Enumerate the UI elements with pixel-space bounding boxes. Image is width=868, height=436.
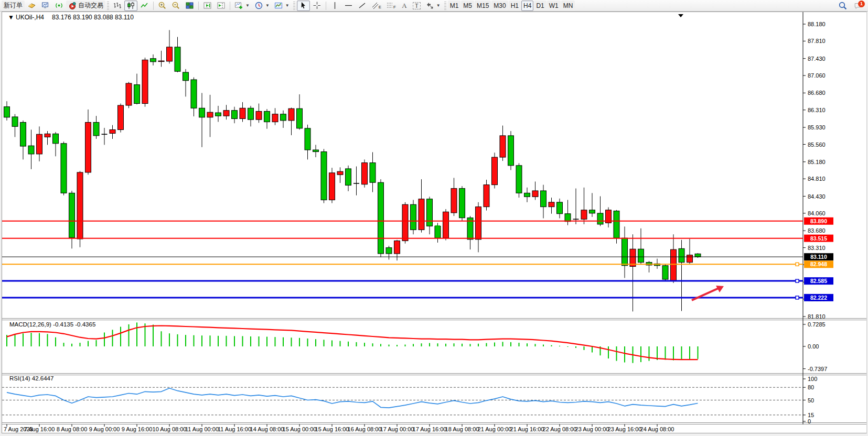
trend-arrow-object[interactable] [692, 288, 719, 300]
macd-histogram-bar [575, 346, 576, 348]
search-button[interactable] [836, 1, 850, 11]
macd-pane: 0.72850.00-0.7397 [6, 321, 827, 372]
timeframe-button-d1[interactable]: D1 [534, 1, 546, 11]
line-chart-button[interactable] [138, 1, 151, 11]
macd-histogram-bar [234, 336, 235, 346]
macd-histogram-bar [242, 336, 243, 346]
text-tool-button[interactable]: A [399, 1, 410, 11]
horizontal-line-button[interactable] [342, 1, 355, 11]
template-button[interactable]: ▼ [272, 1, 292, 11]
macd-histogram-bar [169, 333, 170, 346]
date-tick-label: 23 Aug 00:00 [575, 426, 609, 432]
timeframe-button-m15[interactable]: M15 [475, 1, 491, 11]
macd-histogram-bar [275, 337, 276, 346]
candle-bullish [402, 204, 408, 241]
bar-chart-button[interactable] [111, 1, 124, 11]
chart-canvas[interactable]: 88.18087.81087.43087.06086.68086.31085.9… [2, 12, 866, 433]
auto-trading-button[interactable]: 自动交易 [66, 1, 105, 11]
macd-histogram-bar [640, 346, 641, 362]
tile-windows-button[interactable] [183, 1, 196, 11]
tile-windows-icon [185, 1, 194, 10]
chart-shift-marker[interactable] [678, 14, 683, 17]
rsi-pane: 1008050150 [2, 376, 817, 424]
support-line-orange-handle[interactable] [796, 263, 799, 266]
macd-histogram-bar [380, 344, 381, 346]
price-tick-label: 85.560 [808, 141, 826, 148]
macd-histogram-bar [429, 343, 430, 346]
macd-histogram-bar [112, 330, 113, 346]
chat-button[interactable]: 1 [852, 1, 864, 11]
macd-histogram-bar [356, 342, 357, 346]
fibonacci-button[interactable]: F [384, 1, 398, 11]
candle-bearish [28, 146, 34, 154]
timeframe-button-m30[interactable]: M30 [491, 1, 508, 11]
date-tick-label: 22 Aug 08:00 [543, 426, 577, 432]
rsi-label: RSI(14) 42.6447 [9, 375, 53, 382]
candle-bullish [532, 191, 538, 197]
signal-button[interactable] [52, 1, 66, 11]
candle-bearish [541, 191, 546, 207]
macd-histogram-bar [104, 332, 105, 346]
add-indicator-button[interactable]: ▼ [232, 1, 252, 11]
macd-histogram-bar [413, 344, 414, 346]
timeframe-button-h4[interactable]: H4 [521, 1, 533, 11]
shift-end-icon [203, 1, 212, 10]
date-tick-label: 8 Aug 08:00 [57, 426, 88, 432]
date-tick-label: 18 Aug 08:00 [445, 426, 479, 432]
candle-bearish [151, 59, 156, 62]
candle-bearish [297, 108, 303, 128]
channel-button[interactable]: E [369, 1, 383, 11]
date-tick-label: 9 Aug 00:00 [89, 426, 120, 432]
price-tick-label: 86.680 [808, 90, 826, 96]
macd-histogram-bar [315, 339, 316, 346]
cursor-button[interactable] [297, 1, 310, 11]
periods-button[interactable]: ▼ [252, 1, 272, 11]
price-badge-label: 82.948 [810, 261, 827, 267]
candle-bearish [662, 266, 668, 279]
candle-bearish [232, 111, 238, 119]
shift-indent-button[interactable] [215, 1, 228, 11]
candle-bullish [443, 212, 449, 238]
candlestick-chart-button[interactable] [124, 1, 137, 11]
timeframe-button-m5[interactable]: M5 [461, 1, 474, 11]
symbol-dropdown-arrow[interactable]: ▼ [8, 14, 14, 21]
new-order-ticket-button[interactable] [25, 1, 38, 11]
candle-bullish [167, 47, 173, 61]
rsi-tick-label: 50 [808, 397, 814, 404]
zoom-out-button[interactable] [169, 1, 183, 11]
candle-bearish [313, 150, 319, 152]
vertical-line-button[interactable] [328, 1, 341, 11]
price-tick-label: 81.810 [808, 313, 826, 320]
timeframe-button-m1[interactable]: M1 [448, 1, 461, 11]
macd-histogram-bar [535, 344, 536, 346]
macd-histogram-bar [445, 344, 446, 346]
candle-bullish [142, 60, 148, 103]
zoom-in-button[interactable] [156, 1, 169, 11]
macd-histogram-bar [462, 344, 463, 346]
price-tick-label: 84.430 [808, 193, 826, 200]
shift-end-button[interactable] [201, 1, 214, 11]
channel-sub-label: E [379, 5, 381, 9]
fib-sub-label: F [393, 5, 396, 9]
chat-unread-badge: 1 [858, 1, 865, 7]
timeframe-button-h1[interactable]: H1 [509, 1, 521, 11]
support-line-blue-1-handle[interactable] [796, 279, 799, 282]
new-order-button[interactable]: 新订单 [2, 1, 25, 11]
date-tick-label: 10 Aug 08:00 [153, 426, 187, 432]
label-tool-button[interactable]: T [411, 1, 423, 11]
toolbar-separator [326, 2, 326, 10]
support-line-blue-2-handle[interactable] [796, 296, 799, 299]
trendline-button[interactable] [356, 1, 369, 11]
candle-bearish [516, 166, 522, 193]
price-axis[interactable]: 88.18087.81087.43087.06086.68086.31085.9… [803, 21, 826, 320]
market-watch-button[interactable] [39, 1, 52, 11]
candle-bullish [500, 136, 506, 157]
crosshair-button[interactable] [310, 1, 324, 11]
chart-window[interactable]: 88.18087.81087.43087.06086.68086.31085.9… [2, 12, 867, 433]
arrows-tool-button[interactable]: ▼ [423, 1, 443, 11]
timeframe-button-mn[interactable]: MN [561, 1, 575, 11]
price-badge-label: 83.515 [810, 235, 827, 242]
date-axis[interactable]: 7 Aug 20237 Aug 16:008 Aug 08:009 Aug 00… [4, 424, 674, 433]
timeframe-button-w1[interactable]: W1 [547, 1, 561, 11]
candle-bearish [679, 248, 684, 262]
